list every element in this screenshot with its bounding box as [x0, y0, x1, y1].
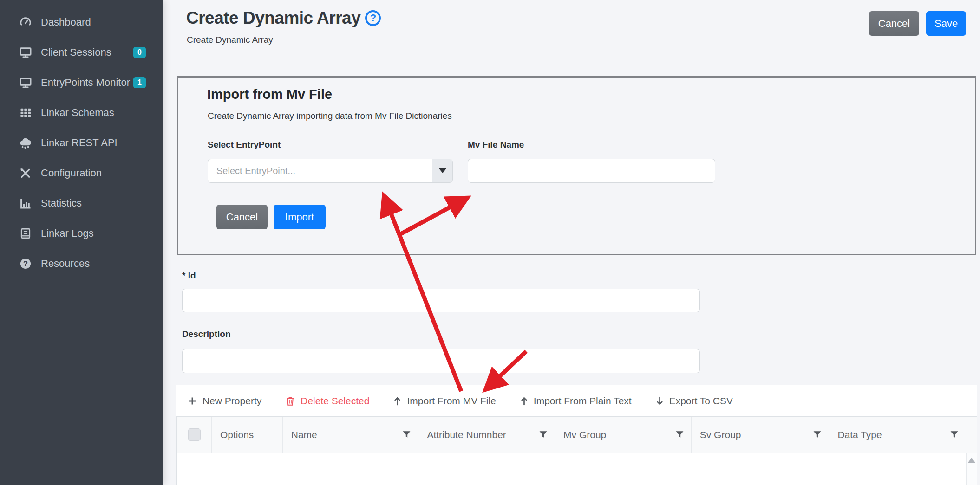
select-all-cell	[177, 417, 212, 453]
import-from-mv-file-panel: Import from Mv File Create Dynamic Array…	[177, 76, 976, 255]
sidebar-item-resources[interactable]: ? Resources	[0, 249, 163, 278]
filter-icon[interactable]	[950, 429, 958, 440]
trash-icon	[286, 396, 295, 406]
import-cancel-button[interactable]: Cancel	[216, 205, 268, 229]
sidebar-item-entrypoints-monitor[interactable]: EntryPoints Monitor 1	[0, 68, 163, 97]
column-header-sv-group[interactable]: Sv Group	[692, 417, 830, 453]
sidebar-item-client-sessions[interactable]: Client Sessions 0	[0, 38, 163, 67]
delete-selected-button[interactable]: Delete Selected	[286, 395, 369, 407]
column-label: Data Type	[837, 429, 882, 440]
filter-icon[interactable]	[676, 429, 684, 440]
id-input[interactable]	[182, 289, 700, 312]
mv-file-name-input[interactable]	[468, 159, 715, 183]
page-title: Create Dynamic Array ?	[186, 8, 381, 28]
help-icon[interactable]: ?	[365, 10, 381, 26]
panel-subtitle: Create Dynamic Array importing data from…	[208, 111, 452, 121]
entrypoint-select-placeholder: Select EntryPoint...	[216, 159, 295, 182]
scrollbar-header-spacer	[966, 417, 977, 453]
entrypoint-select[interactable]: Select EntryPoint...	[208, 159, 453, 183]
toolbar-label: Export To CSV	[669, 395, 733, 407]
filter-icon[interactable]	[403, 429, 411, 440]
column-label: Sv Group	[700, 429, 741, 440]
arrow-up-icon	[520, 396, 528, 406]
entrypoints-count-badge: 1	[133, 77, 146, 88]
logs-icon	[19, 226, 33, 240]
sidebar-item-label: Statistics	[41, 197, 82, 209]
arrow-down-icon	[656, 396, 664, 406]
sidebar-item-label: EntryPoints Monitor	[41, 77, 130, 89]
import-from-mv-file-button[interactable]: Import From MV File	[393, 395, 496, 407]
help-icon: ?	[19, 257, 33, 271]
sidebar-item-label: Linkar Logs	[41, 227, 94, 239]
import-from-plain-text-button[interactable]: Import From Plain Text	[520, 395, 632, 407]
grid-toolbar: New Property Delete Selected Import From…	[176, 385, 977, 416]
column-label: Name	[291, 429, 317, 440]
grid-body	[177, 453, 977, 485]
column-label: Mv Group	[563, 429, 606, 440]
toolbar-label: Import From Plain Text	[534, 395, 632, 407]
app-window: Dashboard Client Sessions 0 EntryPoints …	[0, 0, 980, 485]
toolbar-label: Delete Selected	[301, 395, 369, 407]
toolbar-label: Import From MV File	[407, 395, 496, 407]
sidebar-item-linkar-schemas[interactable]: Linkar Schemas	[0, 98, 163, 128]
vertical-scrollbar[interactable]	[966, 453, 977, 485]
entrypoint-label: Select EntryPoint	[208, 140, 281, 150]
column-header-name[interactable]: Name	[283, 417, 419, 453]
column-label: Options	[220, 429, 254, 440]
grid-icon	[19, 106, 33, 120]
select-all-checkbox[interactable]	[188, 428, 201, 441]
properties-grid: Options Name Attribute Numnber Mv Group	[176, 416, 977, 485]
column-header-options[interactable]: Options	[212, 417, 283, 453]
toolbar-label: New Property	[203, 395, 261, 407]
sidebar-item-label: Linkar REST API	[41, 137, 118, 149]
page-title-text: Create Dynamic Array	[186, 8, 360, 28]
page-subtitle: Create Dynamic Array	[187, 35, 273, 45]
client-sessions-count-badge: 0	[133, 47, 146, 58]
filter-icon[interactable]	[539, 429, 547, 440]
arrow-up-icon	[393, 396, 401, 406]
id-label: * Id	[182, 271, 196, 281]
column-header-data-type[interactable]: Data Type	[829, 417, 966, 453]
sidebar-item-label: Client Sessions	[41, 46, 111, 58]
sidebar-item-statistics[interactable]: Statistics	[0, 188, 163, 218]
sidebar-item-dashboard[interactable]: Dashboard	[0, 7, 163, 37]
mv-file-name-label: Mv File Name	[468, 140, 524, 150]
column-header-mv-group[interactable]: Mv Group	[555, 417, 692, 453]
export-to-csv-button[interactable]: Export To CSV	[656, 395, 733, 407]
new-property-button[interactable]: New Property	[188, 395, 261, 407]
filter-icon[interactable]	[813, 429, 821, 440]
import-button[interactable]: Import	[274, 205, 326, 229]
chevron-down-icon	[439, 168, 446, 173]
sidebar-item-configuration[interactable]: Configuration	[0, 158, 163, 188]
sidebar-item-label: Linkar Schemas	[41, 107, 114, 119]
monitor-icon	[19, 45, 33, 59]
sidebar-item-linkar-logs[interactable]: Linkar Logs	[0, 219, 163, 248]
description-label: Description	[182, 329, 231, 339]
plus-icon	[188, 396, 197, 406]
sidebar-item-label: Resources	[41, 258, 90, 270]
cancel-button[interactable]: Cancel	[869, 11, 919, 36]
gauge-icon	[19, 15, 33, 29]
column-header-attribute-number[interactable]: Attribute Numnber	[418, 417, 555, 453]
scroll-up-icon[interactable]	[968, 458, 975, 463]
tools-icon	[19, 166, 33, 180]
panel-title: Import from Mv File	[207, 87, 332, 102]
description-input[interactable]	[182, 349, 700, 373]
svg-text:?: ?	[23, 259, 28, 268]
cloud-icon	[19, 136, 33, 150]
grid-header-row: Options Name Attribute Numnber Mv Group	[177, 417, 977, 453]
sidebar-item-linkar-rest-api[interactable]: Linkar REST API	[0, 128, 163, 158]
sidebar-item-label: Configuration	[41, 167, 102, 179]
monitor-icon	[19, 76, 33, 90]
sidebar-item-label: Dashboard	[41, 16, 91, 28]
save-button[interactable]: Save	[926, 11, 966, 36]
sidebar: Dashboard Client Sessions 0 EntryPoints …	[0, 0, 163, 485]
bar-chart-icon	[19, 196, 33, 210]
column-label: Attribute Numnber	[427, 429, 506, 440]
dropdown-caret-button[interactable]	[432, 159, 452, 182]
